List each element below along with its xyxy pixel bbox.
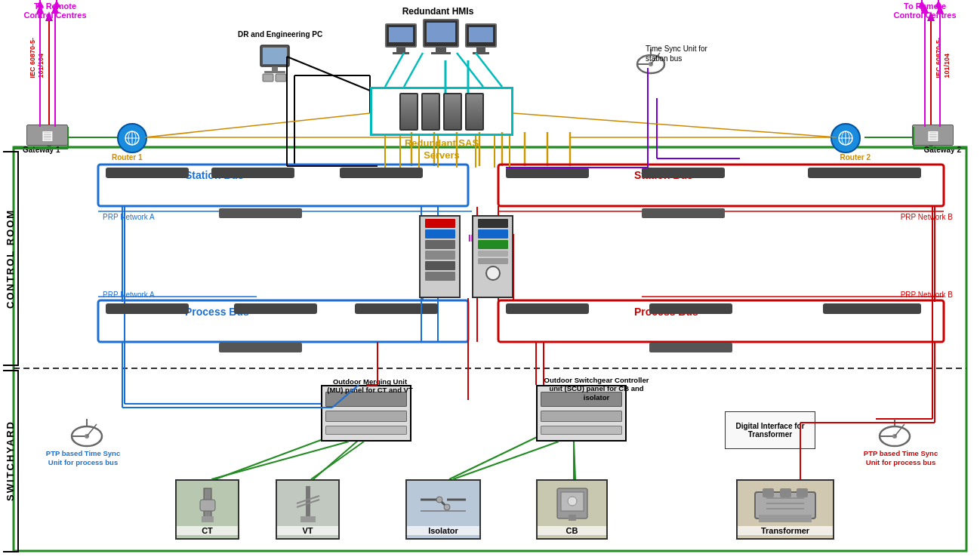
switch-process-left-2 xyxy=(234,303,317,314)
iec-right-label: IEC 60870-5-101/104 xyxy=(935,38,951,78)
svg-line-139 xyxy=(145,113,370,137)
router1-label: Router 1 xyxy=(112,153,143,162)
svg-rect-83 xyxy=(263,74,273,82)
ied-cabinet-right xyxy=(472,215,513,298)
switch-station-left-1 xyxy=(106,168,189,178)
isolator-photo: Isolator xyxy=(405,479,481,540)
server-rack-2 xyxy=(421,93,440,131)
prp-switch-left-lower xyxy=(219,343,302,352)
svg-rect-106 xyxy=(300,516,316,522)
svg-point-110 xyxy=(436,497,442,503)
svg-line-146 xyxy=(457,53,483,87)
svg-rect-82 xyxy=(264,71,285,73)
svg-line-147 xyxy=(476,53,502,87)
prp-switch-left-upper xyxy=(219,208,302,218)
svg-rect-80 xyxy=(263,48,287,64)
ied-cabinet-left xyxy=(419,215,461,298)
server-rack-1 xyxy=(399,93,418,131)
cb-photo: CB xyxy=(536,479,608,540)
switchyard-label: SWITCHYARD xyxy=(3,370,19,552)
switch-process-right-3 xyxy=(823,303,921,314)
svg-rect-116 xyxy=(569,515,576,521)
svg-line-145 xyxy=(404,53,423,87)
dr-pc-icon xyxy=(257,44,302,85)
router1-device xyxy=(117,123,147,153)
router2-device xyxy=(831,123,861,153)
server-rack-4 xyxy=(465,93,484,131)
switch-station-right-3 xyxy=(808,168,921,178)
outdoor-mu-label: Outdoor Merging Unit (MU) panel for CT a… xyxy=(325,377,415,395)
gateway1-device: ▤ xyxy=(26,125,68,146)
svg-rect-119 xyxy=(780,488,791,497)
vt-photo: VT xyxy=(276,479,340,540)
svg-point-111 xyxy=(444,504,450,510)
svg-rect-84 xyxy=(276,74,286,82)
gateway2-device: ▤ xyxy=(912,125,954,146)
prp-network-a-lower: PRP Network A xyxy=(103,291,155,299)
ptp-left-unit xyxy=(68,415,106,451)
prp-switch-right-upper xyxy=(642,208,725,218)
switch-process-left-3 xyxy=(355,303,438,314)
ptp-left-label: PTP based Time Sync Unit for process bus xyxy=(45,449,121,468)
digital-interface-box: Digital Interface for Transformer xyxy=(725,411,815,449)
prp-switch-right-lower xyxy=(649,343,732,352)
outdoor-scu-label: Outdoor Switchgear Controller unit (SCU)… xyxy=(540,376,653,402)
control-room-label: CONTROL ROOM xyxy=(3,151,19,366)
remote-left-label: To Remote Control Centres xyxy=(21,2,89,20)
svg-line-169 xyxy=(311,442,364,479)
remote-right-label: To Remote Control Centres xyxy=(891,2,959,20)
prp-network-b-lower: PRP Network B xyxy=(901,291,953,299)
svg-rect-81 xyxy=(272,66,278,71)
hmi-monitors xyxy=(385,19,497,54)
switch-process-left-1 xyxy=(106,303,189,314)
svg-rect-120 xyxy=(797,488,808,497)
prp-network-b-upper: PRP Network B xyxy=(901,213,953,221)
switch-station-left-2 xyxy=(211,168,294,178)
sas-servers-label: Redundant SASServers xyxy=(378,137,506,161)
server-rack-3 xyxy=(443,93,462,131)
switch-station-left-3 xyxy=(340,168,423,178)
switch-process-right-1 xyxy=(506,303,589,314)
switch-process-right-2 xyxy=(649,303,732,314)
switch-station-right-1 xyxy=(506,168,589,178)
svg-line-144 xyxy=(385,53,404,87)
svg-line-170 xyxy=(453,442,559,479)
redundant-hmis-label: Redundant HMIs xyxy=(393,6,483,17)
transformer-photo: Transformer xyxy=(736,479,834,540)
svg-line-140 xyxy=(513,113,837,137)
svg-rect-102 xyxy=(202,516,214,522)
gateway2-label: Gateway 2 xyxy=(924,146,961,154)
time-sync-label: Time Sync Unit for station bus xyxy=(646,44,721,63)
svg-line-171 xyxy=(574,442,575,479)
svg-rect-118 xyxy=(763,488,774,497)
iec-left-label: IEC 60870-5-101/104 xyxy=(29,38,45,78)
svg-rect-101 xyxy=(200,500,215,511)
ptp-right-unit xyxy=(876,415,914,451)
svg-rect-121 xyxy=(759,515,812,522)
dr-pc-label: DR and Engineering PC xyxy=(238,30,322,38)
svg-point-115 xyxy=(568,497,577,506)
router2-label: Router 2 xyxy=(840,153,871,162)
switch-station-right-2 xyxy=(642,168,725,178)
svg-line-168 xyxy=(211,442,349,479)
sas-servers-container xyxy=(370,87,513,136)
ptp-right-label: PTP based Time Sync Unit for process bus xyxy=(859,449,942,468)
gateway1-label: Gateway 1 xyxy=(23,146,60,154)
ct-photo: CT xyxy=(175,479,239,540)
main-diagram: CONTROL ROOM SWITCHYARD To Remote Contro… xyxy=(0,0,980,557)
prp-network-a-upper: PRP Network A xyxy=(103,213,155,221)
